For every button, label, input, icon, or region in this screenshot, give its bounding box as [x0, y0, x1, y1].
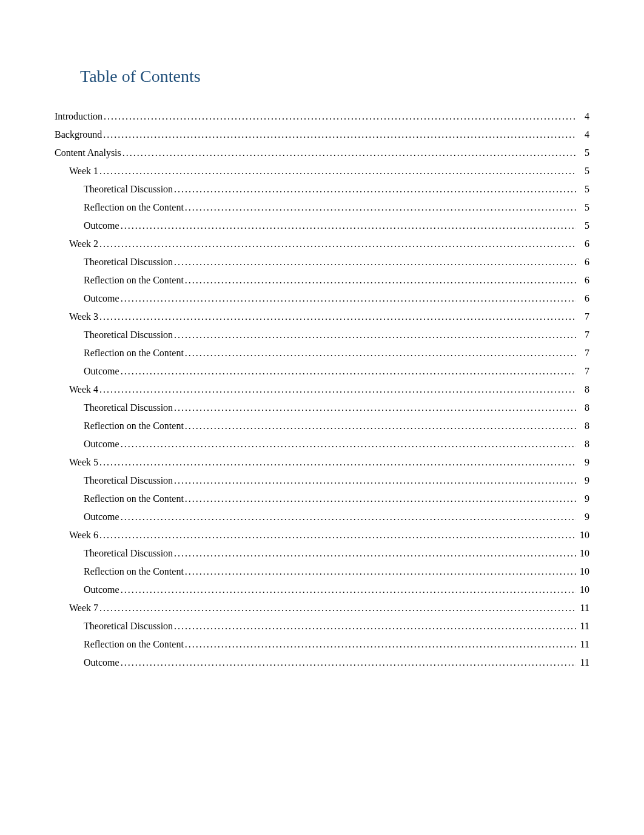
toc-entry[interactable]: Reflection on the Content10 [55, 567, 589, 576]
toc-entry[interactable]: Theoretical Discussion5 [55, 184, 589, 194]
toc-entry-page: 9 [577, 494, 589, 504]
toc-entry-label: Theoretical Discussion [84, 476, 173, 485]
toc-entry-label: Reflection on the Content [84, 567, 184, 576]
toc-dot-leader [121, 658, 576, 668]
toc-dot-leader [103, 130, 576, 140]
toc-entry-page: 9 [577, 476, 589, 485]
toc-entry[interactable]: Week 37 [55, 312, 589, 322]
toc-entry[interactable]: Outcome6 [55, 294, 589, 303]
toc-entry-page: 10 [577, 585, 589, 595]
toc-entry-page: 6 [577, 294, 589, 303]
toc-entry[interactable]: Content Analysis5 [55, 148, 589, 158]
toc-entry-page: 7 [577, 367, 589, 376]
toc-entry-page: 8 [577, 439, 589, 449]
toc-entry-label: Outcome [84, 512, 119, 522]
toc-entry-label: Week 3 [69, 312, 98, 322]
toc-dot-leader [121, 439, 576, 449]
toc-entry[interactable]: Reflection on the Content6 [55, 276, 589, 285]
toc-entry[interactable]: Reflection on the Content5 [55, 203, 589, 212]
toc-entry[interactable]: Theoretical Discussion10 [55, 549, 589, 558]
toc-entry-label: Theoretical Discussion [84, 403, 173, 413]
toc-dot-leader [121, 221, 576, 231]
toc-entry-page: 9 [577, 512, 589, 522]
toc-entry[interactable]: Outcome8 [55, 439, 589, 449]
toc-entry[interactable]: Theoretical Discussion6 [55, 257, 589, 267]
toc-entry-label: Reflection on the Content [84, 203, 184, 212]
toc-entry-page: 5 [577, 166, 589, 176]
toc-dot-leader [122, 148, 576, 158]
toc-entry-label: Outcome [84, 658, 119, 668]
toc-entry-label: Week 1 [69, 166, 98, 176]
toc-dot-leader [104, 112, 576, 121]
toc-entry-page: 10 [577, 530, 589, 540]
toc-entry-label: Week 2 [69, 239, 98, 249]
toc-dot-leader [185, 276, 576, 285]
toc-dot-leader [174, 476, 576, 485]
toc-entry[interactable]: Week 59 [55, 458, 589, 467]
toc-entry-label: Content Analysis [55, 148, 121, 158]
toc-entry-label: Outcome [84, 585, 119, 595]
toc-entry-page: 5 [577, 203, 589, 212]
toc-dot-leader [121, 367, 576, 376]
toc-entry[interactable]: Week 610 [55, 530, 589, 540]
toc-dot-leader [174, 184, 576, 194]
toc-entry-page: 11 [577, 603, 589, 613]
toc-entry-label: Reflection on the Content [84, 348, 184, 358]
toc-entry-page: 8 [577, 385, 589, 394]
toc-dot-leader [99, 385, 576, 394]
toc-entry-label: Outcome [84, 439, 119, 449]
toc-entry[interactable]: Week 26 [55, 239, 589, 249]
toc-entry[interactable]: Background4 [55, 130, 589, 140]
toc-dot-leader [99, 603, 576, 613]
toc-entry[interactable]: Reflection on the Content9 [55, 494, 589, 504]
page-title: Table of Contents [80, 67, 589, 86]
toc-entry[interactable]: Week 48 [55, 385, 589, 394]
toc-entry-page: 6 [577, 239, 589, 249]
toc-dot-leader [185, 421, 576, 431]
toc-entry-page: 8 [577, 403, 589, 413]
toc-entry-page: 6 [577, 276, 589, 285]
toc-entry[interactable]: Theoretical Discussion8 [55, 403, 589, 413]
toc-dot-leader [99, 530, 576, 540]
toc-dot-leader [185, 567, 576, 576]
toc-entry[interactable]: Theoretical Discussion7 [55, 330, 589, 340]
toc-entry[interactable]: Introduction4 [55, 112, 589, 121]
toc-entry-label: Reflection on the Content [84, 421, 184, 431]
toc-entry-page: 10 [577, 567, 589, 576]
toc-dot-leader [99, 458, 576, 467]
toc-entry-page: 7 [577, 348, 589, 358]
table-of-contents: Introduction4Background4Content Analysis… [55, 112, 589, 668]
toc-dot-leader [99, 166, 576, 176]
toc-entry-label: Week 5 [69, 458, 98, 467]
toc-entry[interactable]: Week 15 [55, 166, 589, 176]
toc-entry[interactable]: Reflection on the Content11 [55, 640, 589, 649]
toc-entry[interactable]: Week 711 [55, 603, 589, 613]
toc-entry-page: 7 [577, 312, 589, 322]
toc-entry-label: Theoretical Discussion [84, 330, 173, 340]
toc-entry-label: Background [55, 130, 102, 140]
toc-entry[interactable]: Reflection on the Content7 [55, 348, 589, 358]
toc-dot-leader [174, 330, 576, 340]
toc-entry[interactable]: Outcome10 [55, 585, 589, 595]
toc-entry-page: 5 [577, 148, 589, 158]
toc-dot-leader [99, 239, 576, 249]
toc-entry-label: Reflection on the Content [84, 640, 184, 649]
toc-entry[interactable]: Outcome7 [55, 367, 589, 376]
toc-dot-leader [99, 312, 576, 322]
toc-entry-label: Theoretical Discussion [84, 184, 173, 194]
toc-dot-leader [121, 512, 576, 522]
toc-entry-label: Introduction [55, 112, 102, 121]
toc-entry-label: Outcome [84, 367, 119, 376]
toc-entry[interactable]: Reflection on the Content8 [55, 421, 589, 431]
toc-entry[interactable]: Outcome11 [55, 658, 589, 668]
toc-entry-page: 7 [577, 330, 589, 340]
toc-entry[interactable]: Theoretical Discussion9 [55, 476, 589, 485]
toc-entry-label: Reflection on the Content [84, 494, 184, 504]
toc-entry[interactable]: Outcome5 [55, 221, 589, 231]
toc-entry[interactable]: Outcome9 [55, 512, 589, 522]
toc-dot-leader [174, 549, 576, 558]
toc-entry-label: Week 6 [69, 530, 98, 540]
toc-entry-page: 6 [577, 257, 589, 267]
toc-entry-label: Outcome [84, 294, 119, 303]
toc-entry[interactable]: Theoretical Discussion11 [55, 621, 589, 631]
